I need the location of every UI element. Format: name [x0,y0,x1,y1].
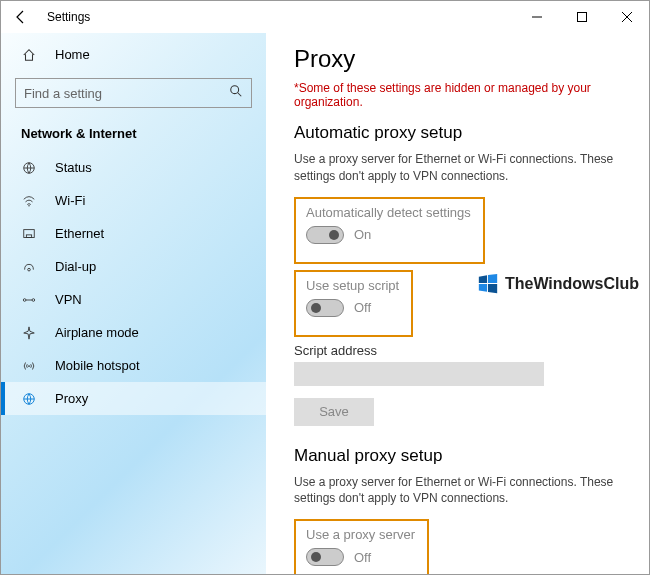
sidebar-item-vpn[interactable]: VPN [1,283,266,316]
hotspot-icon [21,359,37,373]
svg-marker-18 [479,275,487,283]
sidebar-item-proxy[interactable]: Proxy [1,382,266,415]
svg-point-11 [28,268,31,271]
script-address-input[interactable] [294,362,544,386]
svg-point-13 [32,298,35,301]
main-content: Proxy *Some of these settings are hidden… [266,33,649,574]
window-title: Settings [47,10,90,24]
svg-marker-20 [479,284,487,292]
maximize-button[interactable] [559,1,604,33]
save-button[interactable]: Save [294,398,374,426]
script-address-label: Script address [294,343,629,358]
svg-rect-9 [24,229,35,237]
setup-script-toggle[interactable] [306,299,344,317]
sidebar-item-hotspot[interactable]: Mobile hotspot [1,349,266,382]
sidebar-item-dialup[interactable]: Dial-up [1,250,266,283]
status-icon [21,161,37,175]
sidebar-item-label: Proxy [55,391,88,406]
sidebar-item-airplane[interactable]: Airplane mode [1,316,266,349]
svg-point-8 [28,205,29,206]
home-link[interactable]: Home [1,41,266,72]
home-label: Home [55,47,90,62]
titlebar: Settings [1,1,649,33]
use-proxy-state: Off [354,550,371,565]
svg-point-15 [28,365,30,367]
windows-logo-icon [477,273,499,295]
svg-marker-19 [488,274,497,283]
wifi-icon [21,194,37,208]
page-title: Proxy [294,45,629,73]
ethernet-icon [21,227,37,241]
svg-point-4 [231,86,239,94]
dialup-icon [21,260,37,274]
minimize-button[interactable] [514,1,559,33]
sidebar-item-label: Ethernet [55,226,104,241]
svg-line-5 [238,93,242,97]
use-proxy-label: Use a proxy server [306,527,415,542]
back-button[interactable] [9,5,33,29]
manual-heading: Manual proxy setup [294,446,629,466]
setup-script-label: Use setup script [306,278,399,293]
auto-detect-label: Automatically detect settings [306,205,471,220]
category-heading: Network & Internet [1,120,266,151]
auto-detect-state: On [354,227,371,242]
use-proxy-toggle[interactable] [306,548,344,566]
sidebar-item-status[interactable]: Status [1,151,266,184]
sidebar-item-label: Status [55,160,92,175]
watermark: TheWindowsClub [477,273,639,295]
org-warning: *Some of these settings are hidden or ma… [294,81,629,109]
proxy-icon [21,392,37,406]
watermark-text: TheWindowsClub [505,275,639,293]
sidebar: Home Network & Internet Status Wi-Fi Eth… [1,33,266,574]
vpn-icon [21,293,37,307]
sidebar-item-label: VPN [55,292,82,307]
airplane-icon [21,326,37,340]
manual-desc: Use a proxy server for Ethernet or Wi-Fi… [294,474,629,508]
search-icon [229,84,243,102]
sidebar-item-label: Dial-up [55,259,96,274]
auto-desc: Use a proxy server for Ethernet or Wi-Fi… [294,151,629,185]
setup-script-state: Off [354,300,371,315]
sidebar-item-wifi[interactable]: Wi-Fi [1,184,266,217]
close-button[interactable] [604,1,649,33]
svg-rect-1 [577,13,586,22]
svg-point-12 [23,298,26,301]
svg-rect-10 [26,234,31,237]
highlight-setup-script: Use setup script Off [294,270,413,337]
highlight-auto-detect: Automatically detect settings On [294,197,485,264]
home-icon [21,48,37,62]
sidebar-item-ethernet[interactable]: Ethernet [1,217,266,250]
sidebar-item-label: Mobile hotspot [55,358,140,373]
sidebar-item-label: Airplane mode [55,325,139,340]
auto-detect-toggle[interactable] [306,226,344,244]
highlight-use-proxy: Use a proxy server Off [294,519,429,574]
sidebar-item-label: Wi-Fi [55,193,85,208]
search-box[interactable] [15,78,252,108]
auto-heading: Automatic proxy setup [294,123,629,143]
svg-marker-21 [488,284,497,293]
search-input[interactable] [24,86,229,101]
